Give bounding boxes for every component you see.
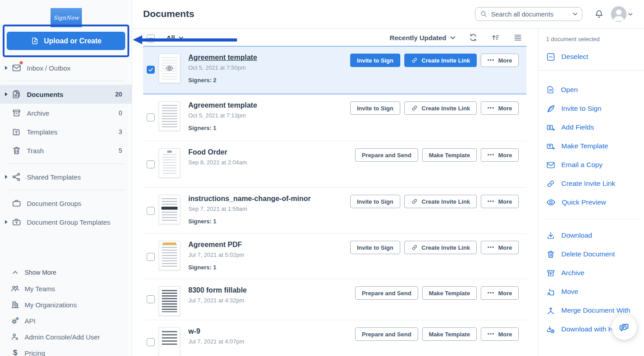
document-row[interactable]: 8300 form fillable Jul 7, 2021 at 4:32pm… — [143, 279, 526, 320]
document-title[interactable]: Agreement PDF — [188, 241, 244, 249]
email-a-copy-action[interactable]: Email a Copy — [546, 155, 640, 174]
make-template-button[interactable]: Make Template — [422, 286, 477, 300]
sidebar-item-trash[interactable]: Trash 5 — [0, 141, 132, 160]
delete-document-action[interactable]: Delete Document — [546, 245, 640, 264]
sidebar-item-my-organizations[interactable]: My Organizations — [0, 297, 132, 313]
more-button[interactable]: •••More — [481, 101, 519, 115]
sidebar-item-document-groups[interactable]: Document Groups — [0, 194, 132, 213]
sidebar-item-inbox-outbox[interactable]: Inbox / Outbox — [0, 59, 132, 77]
sidebar-item-label: Documents — [27, 91, 115, 98]
prepare-and-send-button[interactable]: Prepare and Send — [355, 148, 418, 162]
view-density-icon[interactable] — [513, 33, 522, 42]
document-title[interactable]: 8300 form fillable — [188, 286, 247, 294]
row-checkbox[interactable] — [147, 338, 155, 346]
download-action[interactable]: Download — [546, 226, 640, 245]
sidebar-item-my-teams[interactable]: My Teams — [0, 281, 132, 297]
document-title[interactable]: Agreement template — [188, 101, 257, 109]
show-more-toggle[interactable]: Show More — [0, 264, 132, 281]
create-invite-link-action[interactable]: Create Invite Link — [546, 174, 640, 193]
document-thumbnail[interactable] — [159, 101, 180, 131]
more-button[interactable]: •••More — [481, 327, 519, 341]
more-button[interactable]: •••More — [481, 195, 519, 208]
caret-right-icon[interactable] — [4, 66, 12, 70]
trash-icon — [546, 250, 555, 259]
invite-to-sign-button[interactable]: Invite to Sign — [350, 101, 400, 115]
invite-to-sign-action[interactable]: Invite to Sign — [546, 99, 640, 118]
create-invite-link-button[interactable]: Create Invite Link — [404, 241, 477, 254]
document-row[interactable]: w-9 Jul 7, 2021 at 4:07pm Prepare and Se… — [143, 320, 526, 356]
document-row[interactable]: Agreement template Oct 5, 2021 at 7:13pm… — [143, 94, 526, 141]
invite-to-sign-button[interactable]: Invite to Sign — [350, 241, 400, 254]
document-row[interactable]: instructions_name-change-of-minor Sep 7,… — [143, 188, 526, 234]
document-thumbnail[interactable] — [159, 148, 180, 178]
move-action[interactable]: Move — [546, 282, 640, 301]
document-thumbnail[interactable] — [159, 195, 180, 224]
document-thumbnail[interactable] — [159, 327, 180, 356]
document-thumbnail[interactable] — [159, 286, 180, 316]
row-checkbox[interactable] — [147, 113, 155, 121]
sidebar-item-archive[interactable]: Archive 0 — [0, 104, 132, 122]
sidebar-item-documents[interactable]: Documents 20 — [0, 85, 132, 104]
create-invite-link-button[interactable]: Create Invite Link — [404, 54, 477, 67]
row-checkbox[interactable] — [147, 295, 155, 303]
sidebar-item-label: Templates — [27, 128, 119, 136]
create-invite-link-button[interactable]: Create Invite Link — [404, 101, 477, 115]
prepare-and-send-button[interactable]: Prepare and Send — [355, 327, 418, 341]
deselect-action[interactable]: Deselect — [546, 47, 588, 66]
document-row[interactable]: Agreement template Oct 5, 2021 at 7:50pm… — [143, 46, 526, 94]
document-thumbnail[interactable] — [159, 241, 180, 270]
add-fields-action[interactable]: Add Fields — [546, 118, 640, 137]
caret-right-icon[interactable] — [4, 175, 12, 179]
row-checkbox[interactable] — [147, 207, 155, 215]
avatar[interactable] — [611, 6, 627, 22]
minus-square-icon — [546, 52, 555, 62]
search-input[interactable] — [491, 11, 569, 18]
more-button[interactable]: •••More — [481, 148, 519, 162]
account-menu[interactable] — [611, 6, 632, 22]
refresh-icon[interactable] — [469, 33, 478, 42]
make-template-action[interactable]: Make Template — [546, 137, 640, 155]
make-template-button[interactable]: Make Template — [422, 327, 477, 341]
create-invite-link-button[interactable]: Create Invite Link — [404, 195, 477, 208]
document-title[interactable]: instructions_name-change-of-minor — [188, 195, 311, 203]
row-checkbox-checked[interactable] — [147, 66, 155, 74]
row-checkbox[interactable] — [147, 253, 155, 261]
quick-preview-action[interactable]: Quick Preview — [546, 193, 640, 212]
notifications-bell-icon[interactable] — [594, 9, 604, 21]
sidebar-item-label: Shared Templates — [27, 173, 122, 181]
more-button[interactable]: •••More — [481, 241, 519, 254]
sidebar-item-admin-console[interactable]: Admin Console/Add User — [0, 329, 132, 345]
document-row[interactable]: Food Order Sep 8, 2021 at 2:04am Prepare… — [143, 141, 526, 188]
more-button[interactable]: •••More — [481, 286, 519, 300]
row-checkbox[interactable] — [147, 160, 155, 168]
document-title[interactable]: w-9 — [188, 327, 244, 335]
sidebar-item-templates[interactable]: Templates 3 — [0, 122, 132, 141]
sort-dropdown[interactable]: Recently Updated — [390, 34, 455, 42]
prepare-and-send-button[interactable]: Prepare and Send — [355, 286, 418, 300]
invite-to-sign-button[interactable]: Invite to Sign — [350, 195, 400, 208]
sidebar-item-document-group-templates[interactable]: Document Group Templates — [0, 213, 132, 231]
sidebar-item-shared-templates[interactable]: Shared Templates — [0, 168, 132, 186]
search-scope-caret-icon[interactable] — [573, 13, 577, 16]
invite-to-sign-button[interactable]: Invite to Sign — [350, 54, 400, 67]
search-box — [475, 7, 582, 21]
button-label: More — [498, 152, 512, 159]
upload-or-create-button[interactable]: Upload or Create — [7, 32, 125, 50]
sidebar-item-api[interactable]: API — [0, 313, 132, 329]
sidebar-item-pricing[interactable]: $ Pricing — [0, 345, 132, 356]
more-button[interactable]: •••More — [481, 54, 519, 67]
document-row[interactable]: Agreement PDF Jul 7, 2021 at 5:02pm Sign… — [143, 234, 526, 279]
make-template-button[interactable]: Make Template — [422, 148, 477, 162]
chat-widget-button[interactable] — [612, 315, 637, 340]
preview-eye-icon[interactable] — [164, 64, 175, 72]
document-title[interactable]: Food Order — [188, 148, 247, 156]
caret-right-icon[interactable] — [4, 92, 12, 96]
document-title[interactable]: Agreement template — [188, 54, 257, 62]
caret-right-icon[interactable] — [4, 220, 12, 224]
archive-action[interactable]: Archive — [546, 264, 640, 282]
dollar-icon: $ — [11, 348, 20, 356]
open-action[interactable]: Open — [546, 80, 640, 99]
sort-order-icon[interactable] — [491, 33, 500, 42]
annotation-arrow-head — [133, 35, 142, 44]
document-thumbnail[interactable] — [159, 54, 180, 83]
